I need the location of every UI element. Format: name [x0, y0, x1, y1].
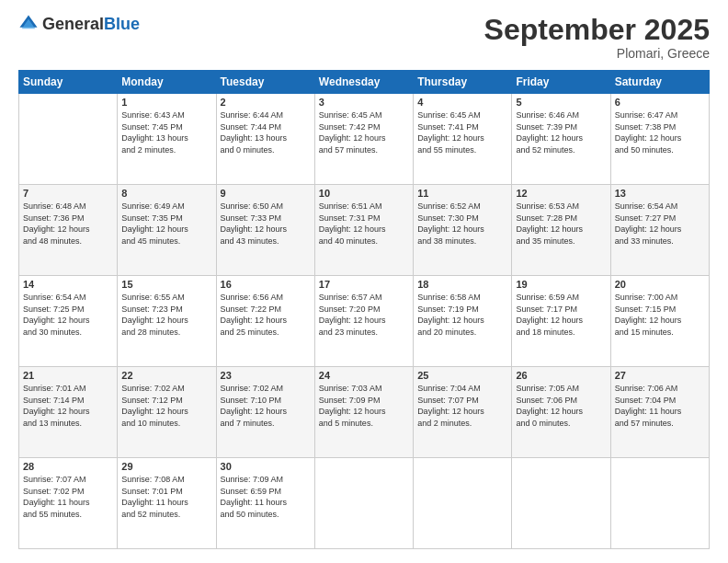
calendar-cell: 23Sunrise: 7:02 AM Sunset: 7:10 PM Dayli…	[216, 367, 314, 458]
day-number: 5	[516, 97, 606, 108]
col-header-wednesday: Wednesday	[314, 71, 413, 94]
calendar-cell	[512, 458, 610, 549]
calendar-cell: 6Sunrise: 6:47 AM Sunset: 7:38 PM Daylig…	[610, 94, 709, 185]
day-number: 25	[417, 370, 507, 381]
calendar-cell: 9Sunrise: 6:50 AM Sunset: 7:33 PM Daylig…	[216, 185, 314, 276]
day-number: 16	[221, 279, 311, 290]
calendar-cell: 17Sunrise: 6:57 AM Sunset: 7:20 PM Dayli…	[314, 276, 413, 367]
calendar-cell: 10Sunrise: 6:51 AM Sunset: 7:31 PM Dayli…	[314, 185, 413, 276]
calendar-cell	[19, 94, 118, 185]
day-number: 28	[23, 461, 113, 472]
logo-text: GeneralBlue	[42, 15, 140, 34]
week-row-0: 1Sunrise: 6:43 AM Sunset: 7:45 PM Daylig…	[19, 94, 710, 185]
logo-icon	[18, 14, 39, 34]
day-number: 8	[121, 188, 211, 199]
calendar-cell: 5Sunrise: 6:46 AM Sunset: 7:39 PM Daylig…	[512, 94, 610, 185]
day-number: 3	[319, 97, 409, 108]
day-number: 23	[221, 370, 311, 381]
day-number: 22	[121, 370, 211, 381]
day-number: 20	[615, 279, 705, 290]
day-info: Sunrise: 7:01 AM Sunset: 7:14 PM Dayligh…	[23, 383, 113, 429]
calendar-cell: 13Sunrise: 6:54 AM Sunset: 7:27 PM Dayli…	[610, 185, 709, 276]
day-number: 19	[516, 279, 606, 290]
location: Plomari, Greece	[484, 46, 710, 61]
day-number: 18	[417, 279, 507, 290]
calendar-cell: 18Sunrise: 6:58 AM Sunset: 7:19 PM Dayli…	[414, 276, 512, 367]
calendar-cell: 15Sunrise: 6:55 AM Sunset: 7:23 PM Dayli…	[118, 276, 216, 367]
day-info: Sunrise: 6:56 AM Sunset: 7:22 PM Dayligh…	[221, 292, 311, 338]
day-info: Sunrise: 7:02 AM Sunset: 7:12 PM Dayligh…	[121, 383, 211, 429]
col-header-saturday: Saturday	[610, 71, 709, 94]
day-number: 4	[417, 97, 507, 108]
calendar-cell: 3Sunrise: 6:45 AM Sunset: 7:42 PM Daylig…	[314, 94, 413, 185]
calendar-cell: 7Sunrise: 6:48 AM Sunset: 7:36 PM Daylig…	[19, 185, 118, 276]
day-number: 7	[23, 188, 113, 199]
day-number: 11	[417, 188, 507, 199]
day-info: Sunrise: 7:06 AM Sunset: 7:04 PM Dayligh…	[615, 383, 705, 429]
calendar-cell: 22Sunrise: 7:02 AM Sunset: 7:12 PM Dayli…	[118, 367, 216, 458]
day-info: Sunrise: 6:43 AM Sunset: 7:45 PM Dayligh…	[121, 109, 211, 155]
day-info: Sunrise: 6:45 AM Sunset: 7:41 PM Dayligh…	[417, 109, 507, 155]
day-info: Sunrise: 7:05 AM Sunset: 7:06 PM Dayligh…	[516, 383, 606, 429]
day-info: Sunrise: 6:58 AM Sunset: 7:19 PM Dayligh…	[417, 292, 507, 338]
day-info: Sunrise: 6:57 AM Sunset: 7:20 PM Dayligh…	[319, 292, 409, 338]
day-number: 15	[121, 279, 211, 290]
day-number: 9	[221, 188, 311, 199]
calendar-cell: 28Sunrise: 7:07 AM Sunset: 7:02 PM Dayli…	[19, 458, 118, 549]
col-header-friday: Friday	[512, 71, 610, 94]
calendar-cell: 24Sunrise: 7:03 AM Sunset: 7:09 PM Dayli…	[314, 367, 413, 458]
day-number: 1	[121, 97, 211, 108]
calendar-cell: 20Sunrise: 7:00 AM Sunset: 7:15 PM Dayli…	[610, 276, 709, 367]
day-number: 6	[615, 97, 705, 108]
calendar-cell: 11Sunrise: 6:52 AM Sunset: 7:30 PM Dayli…	[414, 185, 512, 276]
month-title: September 2025	[484, 14, 710, 46]
calendar-cell: 1Sunrise: 6:43 AM Sunset: 7:45 PM Daylig…	[118, 94, 216, 185]
calendar-table: SundayMondayTuesdayWednesdayThursdayFrid…	[18, 70, 710, 549]
day-info: Sunrise: 6:55 AM Sunset: 7:23 PM Dayligh…	[121, 292, 211, 338]
day-number: 30	[221, 461, 311, 472]
col-header-thursday: Thursday	[414, 71, 512, 94]
calendar-cell: 29Sunrise: 7:08 AM Sunset: 7:01 PM Dayli…	[118, 458, 216, 549]
day-info: Sunrise: 7:07 AM Sunset: 7:02 PM Dayligh…	[23, 474, 113, 520]
calendar-cell: 26Sunrise: 7:05 AM Sunset: 7:06 PM Dayli…	[512, 367, 610, 458]
calendar-cell: 14Sunrise: 6:54 AM Sunset: 7:25 PM Dayli…	[19, 276, 118, 367]
day-number: 27	[615, 370, 705, 381]
day-info: Sunrise: 6:47 AM Sunset: 7:38 PM Dayligh…	[615, 109, 705, 155]
title-area: September 2025 Plomari, Greece	[484, 14, 710, 61]
calendar-cell: 21Sunrise: 7:01 AM Sunset: 7:14 PM Dayli…	[19, 367, 118, 458]
calendar-cell: 4Sunrise: 6:45 AM Sunset: 7:41 PM Daylig…	[414, 94, 512, 185]
logo-blue: Blue	[104, 15, 140, 33]
day-number: 10	[319, 188, 409, 199]
day-info: Sunrise: 6:44 AM Sunset: 7:44 PM Dayligh…	[221, 109, 311, 155]
day-info: Sunrise: 7:09 AM Sunset: 6:59 PM Dayligh…	[221, 474, 311, 520]
day-info: Sunrise: 6:51 AM Sunset: 7:31 PM Dayligh…	[319, 201, 409, 247]
day-info: Sunrise: 7:03 AM Sunset: 7:09 PM Dayligh…	[319, 383, 409, 429]
calendar-cell: 25Sunrise: 7:04 AM Sunset: 7:07 PM Dayli…	[414, 367, 512, 458]
day-number: 26	[516, 370, 606, 381]
day-info: Sunrise: 6:52 AM Sunset: 7:30 PM Dayligh…	[417, 201, 507, 247]
day-info: Sunrise: 6:49 AM Sunset: 7:35 PM Dayligh…	[121, 201, 211, 247]
day-info: Sunrise: 6:46 AM Sunset: 7:39 PM Dayligh…	[516, 109, 606, 155]
day-number: 24	[319, 370, 409, 381]
calendar-cell: 30Sunrise: 7:09 AM Sunset: 6:59 PM Dayli…	[216, 458, 314, 549]
calendar-header-row: SundayMondayTuesdayWednesdayThursdayFrid…	[19, 71, 710, 94]
day-number: 21	[23, 370, 113, 381]
day-info: Sunrise: 7:00 AM Sunset: 7:15 PM Dayligh…	[615, 292, 705, 338]
day-info: Sunrise: 6:59 AM Sunset: 7:17 PM Dayligh…	[516, 292, 606, 338]
day-info: Sunrise: 7:04 AM Sunset: 7:07 PM Dayligh…	[417, 383, 507, 429]
col-header-tuesday: Tuesday	[216, 71, 314, 94]
week-row-3: 21Sunrise: 7:01 AM Sunset: 7:14 PM Dayli…	[19, 367, 710, 458]
day-info: Sunrise: 6:48 AM Sunset: 7:36 PM Dayligh…	[23, 201, 113, 247]
day-number: 17	[319, 279, 409, 290]
calendar-cell: 16Sunrise: 6:56 AM Sunset: 7:22 PM Dayli…	[216, 276, 314, 367]
calendar-cell	[314, 458, 413, 549]
day-info: Sunrise: 6:54 AM Sunset: 7:27 PM Dayligh…	[615, 201, 705, 247]
week-row-2: 14Sunrise: 6:54 AM Sunset: 7:25 PM Dayli…	[19, 276, 710, 367]
day-info: Sunrise: 7:08 AM Sunset: 7:01 PM Dayligh…	[121, 474, 211, 520]
day-info: Sunrise: 6:50 AM Sunset: 7:33 PM Dayligh…	[221, 201, 311, 247]
day-number: 29	[121, 461, 211, 472]
day-number: 14	[23, 279, 113, 290]
calendar-cell: 27Sunrise: 7:06 AM Sunset: 7:04 PM Dayli…	[610, 367, 709, 458]
day-number: 2	[221, 97, 311, 108]
day-number: 12	[516, 188, 606, 199]
